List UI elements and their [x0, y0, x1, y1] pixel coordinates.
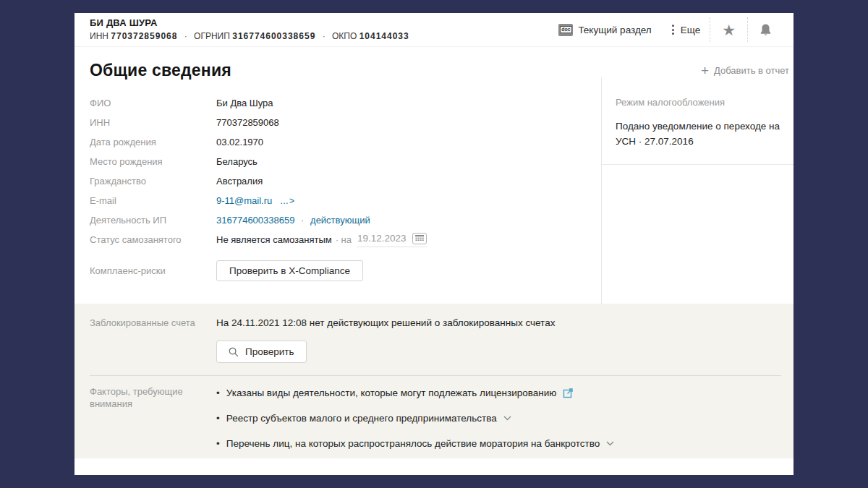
calendar-icon[interactable] [412, 233, 427, 244]
current-section-label: Текущий раздел [578, 25, 651, 35]
external-link-icon[interactable] [563, 388, 574, 398]
more-label: Еще [681, 25, 700, 35]
factor-item-moratorium: • Перечень лиц, на которых распространял… [216, 436, 614, 451]
notifications-button[interactable] [748, 13, 783, 46]
field-value: Би Два Шура [216, 98, 273, 108]
field-label: ФИО [90, 98, 216, 108]
field-row-birth-place: Место рождения Беларусь [90, 152, 601, 171]
blocked-accounts-row: Заблокированные счета На 24.11.2021 12:0… [90, 317, 793, 328]
field-row-citizenship: Гражданство Австралия [90, 171, 601, 191]
divider [602, 164, 793, 165]
field-row-ip-activity: Деятельность ИП 316774600338659 · действ… [90, 210, 601, 230]
inn-value: 770372859068 [111, 31, 177, 41]
factor-text: Реестр субъектов малого и среднего предп… [226, 413, 497, 424]
separator: · [301, 215, 304, 226]
plus-icon: + [701, 64, 709, 77]
kebab-menu-icon [671, 25, 676, 35]
field-label: Место рождения [90, 156, 216, 167]
header-actions: doc Текущий раздел Еще ★ [549, 13, 783, 46]
tax-regime-label: Режим налогообложения [616, 97, 782, 108]
doc-icon: doc [558, 24, 573, 36]
ogrnip-value: 316774600338659 [232, 31, 315, 41]
field-value: Австралия [216, 176, 263, 187]
field-label: Гражданство [90, 176, 216, 187]
more-menu-button[interactable]: Еще [661, 13, 710, 46]
date-input[interactable]: 19.12.2023 [357, 233, 427, 247]
x-compliance-check-button[interactable]: Проверить в X-Compliance [216, 260, 363, 281]
field-value: 03.02.1970 [216, 137, 263, 147]
general-info-section: ФИО Би Два Шура ИНН 770372859068 Дата ро… [75, 77, 793, 304]
attention-factors-row: Факторы, требующие внимания • Указаны ви… [90, 385, 793, 461]
field-row-birth-date: Дата рождения 03.02.1970 [90, 132, 601, 152]
check-blocked-accounts-button[interactable]: Проверить [216, 341, 307, 363]
okpo-label: ОКПО [332, 31, 357, 41]
bullet: • [216, 413, 220, 424]
field-row-fio: ФИО Би Два Шура [90, 93, 601, 113]
on-date-label: · на [336, 234, 352, 245]
entity-header: БИ ДВА ШУРА ИНН 770372859068 · ОГРНИП 31… [75, 13, 793, 47]
email-more-icon[interactable]: …> [280, 196, 295, 206]
divider [90, 375, 781, 376]
bell-icon [760, 23, 772, 36]
factor-item-sme-registry: • Реестр субъектов малого и среднего пре… [216, 411, 614, 426]
factor-text: Указаны виды деятельности, которые могут… [226, 388, 557, 398]
okpo-value: 104144033 [359, 31, 409, 41]
factor-list: • Указаны виды деятельности, которые мог… [216, 385, 614, 461]
field-value: 770372859068 [216, 117, 279, 128]
chevron-down-icon[interactable] [606, 441, 614, 446]
entity-ids: ИНН 770372859068 · ОГРНИП 31677460033865… [90, 31, 409, 41]
field-row-self-employed: Статус самозанятого Не является самозаня… [90, 230, 601, 249]
add-to-report-label: Добавить в отчет [714, 65, 789, 76]
id-separator: · [323, 31, 326, 41]
field-label: Статус самозанятого [90, 234, 216, 245]
factor-text: Перечень лиц, на которых распространялос… [226, 438, 600, 449]
date-value: 19.12.2023 [357, 233, 407, 244]
chevron-down-icon[interactable] [503, 416, 511, 421]
field-label: Дата рождения [90, 137, 216, 147]
field-row-compliance: Комплаенс-риски Проверить в X-Compliance [90, 260, 601, 280]
check-button-label: Проверить [245, 346, 294, 357]
field-label: Деятельность ИП [90, 215, 216, 226]
ogrnip-label: ОГРНИП [194, 31, 230, 41]
field-row-inn: ИНН 770372859068 [90, 113, 601, 132]
star-icon: ★ [722, 22, 736, 38]
ip-status-link[interactable]: действующий [310, 215, 370, 226]
self-employed-status: Не является самозанятым [216, 234, 332, 245]
blocked-accounts-message: На 24.11.2021 12:08 нет действующих реше… [216, 317, 555, 328]
current-section-button[interactable]: doc Текущий раздел [549, 13, 660, 46]
field-label: ИНН [90, 117, 216, 128]
field-label: Заблокированные счета [90, 317, 216, 328]
field-row-email: E-mail 9-11@mail.ru …> [90, 191, 601, 210]
entity-name: БИ ДВА ШУРА [90, 17, 409, 28]
field-label: Факторы, требующие внимания [90, 385, 216, 461]
inn-label: ИНН [90, 31, 109, 41]
add-to-report-button[interactable]: + Добавить в отчет [701, 64, 789, 77]
tax-regime-text: Подано уведомление о переходе на УСН · 2… [616, 119, 782, 149]
factor-item-licensing: • Указаны виды деятельности, которые мог… [216, 385, 614, 401]
search-icon [229, 347, 239, 357]
field-value: Беларусь [216, 156, 258, 167]
field-label: Комплаенс-риски [90, 260, 216, 276]
fields-column: ФИО Би Два Шура ИНН 770372859068 Дата ро… [75, 77, 601, 304]
tax-regime-panel: Режим налогообложения Подано уведомление… [601, 77, 793, 304]
id-separator: · [184, 31, 187, 41]
bullet: • [216, 438, 220, 449]
ogrnip-link[interactable]: 316774600338659 [216, 215, 294, 226]
bullet: • [216, 388, 220, 398]
field-label: E-mail [90, 195, 216, 206]
entity-info: БИ ДВА ШУРА ИНН 770372859068 · ОГРНИП 31… [90, 13, 409, 46]
content-card: БИ ДВА ШУРА ИНН 770372859068 · ОГРНИП 31… [75, 13, 793, 475]
email-link[interactable]: 9-11@mail.ru [216, 195, 272, 206]
risk-section: Заблокированные счета На 24.11.2021 12:0… [75, 304, 793, 458]
favorite-button[interactable]: ★ [710, 13, 747, 46]
title-row: Общие сведения + Добавить в отчет [75, 47, 793, 77]
